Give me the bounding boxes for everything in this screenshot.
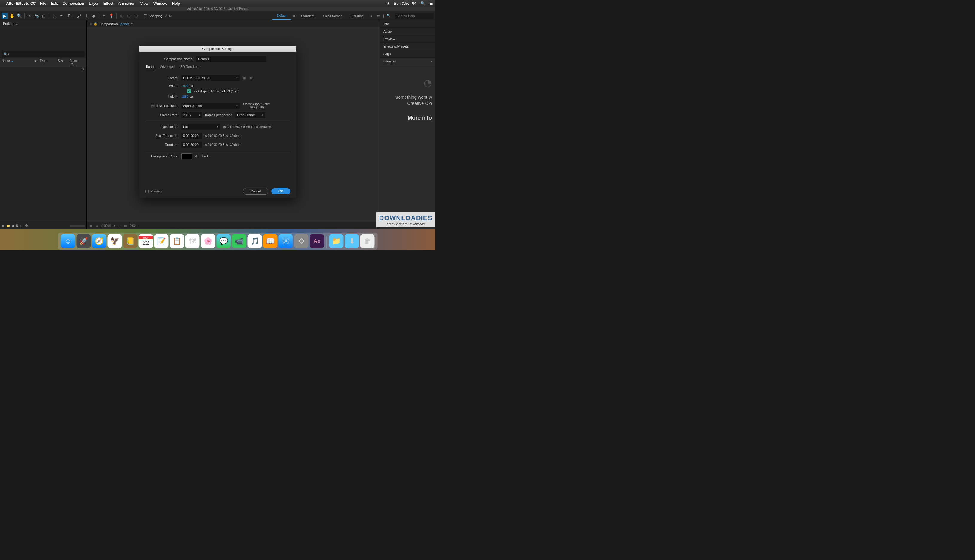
app-name[interactable]: After Effects CC [6, 1, 36, 6]
hand-tool-icon[interactable]: ✋ [9, 13, 15, 19]
panel-info[interactable]: Info [380, 20, 435, 28]
finder-icon[interactable]: ☺ [61, 234, 75, 248]
trash-icon[interactable]: 🗑 [360, 234, 375, 248]
col-frame-rate[interactable]: Frame Ra... [70, 59, 85, 66]
pan-behind-tool-icon[interactable]: ⊞ [41, 13, 47, 19]
viewer-grid-icon[interactable]: ▦ [90, 224, 92, 227]
viewer-res-icon[interactable]: ▢ [119, 224, 121, 227]
search-help-input[interactable] [395, 13, 434, 19]
start-timecode-input[interactable] [181, 133, 202, 139]
new-comp-icon[interactable]: ▣ [12, 224, 14, 227]
panel-audio[interactable]: Audio [380, 28, 435, 35]
clock[interactable]: Sun 3:56 PM [394, 1, 416, 6]
eraser-tool-icon[interactable]: ◆ [90, 13, 97, 19]
rectangle-tool-icon[interactable]: ▢ [52, 13, 57, 19]
tab-advanced[interactable]: Advanced [160, 65, 175, 70]
par-dropdown[interactable]: Square Pixels▾ [181, 103, 239, 109]
preset-dropdown[interactable]: HDTV 1080 29.97▾ [181, 75, 239, 81]
frame-rate-dropdown[interactable]: 29.97▾ [181, 112, 202, 118]
project-tab[interactable]: Project ≡ [0, 20, 87, 27]
reminders-icon[interactable]: 📋 [170, 234, 184, 248]
maps-icon[interactable]: 🗺 [186, 234, 200, 248]
world-axis-icon[interactable]: ⊞ [126, 13, 132, 19]
menu-help[interactable]: Help [172, 1, 180, 6]
snap-edges-icon[interactable]: ⊡ [169, 14, 172, 18]
bg-color-swatch[interactable] [181, 153, 192, 159]
resolution-dropdown[interactable]: Full▾ [181, 124, 220, 130]
contacts-icon[interactable]: 📒 [123, 234, 137, 248]
delete-icon[interactable]: 🗑 [25, 224, 28, 227]
col-name[interactable]: Name▲ [2, 59, 34, 66]
workspace-default[interactable]: Default [273, 12, 291, 20]
menu-animation[interactable]: Animation [118, 1, 135, 6]
panel-menu-icon[interactable]: ≡ [431, 60, 433, 63]
system-preferences-icon[interactable]: ⚙ [294, 234, 309, 248]
after-effects-icon[interactable]: Ae [310, 234, 324, 248]
messages-icon[interactable]: 💬 [217, 234, 231, 248]
comp-tab-label[interactable]: Composition [99, 22, 117, 26]
launchpad-icon[interactable]: 🚀 [77, 234, 91, 248]
project-column-headers[interactable]: Name▲ ◈ Type Size Frame Ra... [0, 58, 87, 67]
applications-folder-icon[interactable]: 📁 [329, 234, 344, 248]
brush-tool-icon[interactable]: 🖌 [76, 13, 82, 19]
flowchart-icon[interactable]: ⊞ [81, 67, 84, 71]
type-tool-icon[interactable]: T [66, 13, 72, 19]
panel-preview[interactable]: Preview [380, 35, 435, 43]
height-value[interactable]: 1080 [181, 95, 189, 98]
snapping-checkbox[interactable] [144, 14, 147, 17]
spotlight-icon[interactable]: 🔍 [420, 1, 425, 6]
menu-layer[interactable]: Layer [89, 1, 99, 6]
tab-3d-renderer[interactable]: 3D Renderer [181, 65, 199, 70]
calendar-icon[interactable]: OCT22 [139, 234, 153, 248]
eyedropper-icon[interactable]: ✐ [195, 155, 198, 158]
downloads-folder-icon[interactable]: ⬇ [345, 234, 359, 248]
more-info-link[interactable]: More info [384, 115, 432, 121]
col-type[interactable]: Type [40, 59, 58, 66]
workspace-standard[interactable]: Standard [297, 12, 319, 20]
workspace-overflow-icon[interactable]: » [368, 14, 375, 18]
facetime-icon[interactable]: 📹 [232, 234, 246, 248]
viewer-timecode[interactable]: 0:00... [130, 224, 138, 227]
mail-icon[interactable]: 🦅 [108, 234, 122, 248]
zoom-level[interactable]: (100%) [101, 224, 111, 227]
panel-effects-presets[interactable]: Effects & Presets [380, 43, 435, 50]
ok-button[interactable]: OK [271, 188, 290, 194]
project-search[interactable]: 🔍▾ [2, 51, 85, 57]
roto-brush-tool-icon[interactable]: ✦ [101, 13, 107, 19]
workspace-menu-icon[interactable]: ≡ [291, 14, 297, 18]
notes-icon[interactable]: 📝 [154, 234, 169, 248]
clone-tool-icon[interactable]: ⊥ [84, 13, 89, 19]
col-tag-icon[interactable]: ◈ [34, 59, 40, 66]
close-tab-icon[interactable]: × [90, 22, 92, 26]
lock-icon[interactable]: 🔒 [93, 22, 97, 26]
preview-checkbox[interactable] [145, 190, 149, 193]
panel-menu-icon[interactable]: ≡ [15, 22, 17, 25]
new-folder-icon[interactable]: 📁 [6, 224, 10, 227]
menu-edit[interactable]: Edit [51, 1, 58, 6]
comp-name-input[interactable] [196, 56, 266, 62]
viewer-display-icon[interactable]: 🖥 [95, 224, 99, 227]
ibooks-icon[interactable]: 📖 [263, 234, 278, 248]
menu-view[interactable]: View [140, 1, 149, 6]
duration-input[interactable] [181, 142, 202, 148]
notification-icon[interactable]: ◈ [387, 1, 390, 6]
panel-menu-icon[interactable]: ≡ [131, 22, 132, 26]
tab-basic[interactable]: Basic [146, 65, 154, 70]
interpret-footage-icon[interactable]: ▦ [2, 224, 5, 227]
safari-icon[interactable]: 🧭 [92, 234, 107, 248]
panel-libraries[interactable]: Libraries ≡ [380, 58, 435, 65]
camera-tool-icon[interactable]: 📷 [34, 13, 40, 19]
menu-window[interactable]: Window [154, 1, 167, 6]
viewer-channel-icon[interactable]: ▦ [124, 224, 127, 227]
pen-tool-icon[interactable]: ✒ [59, 13, 65, 19]
delete-preset-icon[interactable]: 🗑 [249, 75, 254, 81]
width-value[interactable]: 1920 [181, 84, 189, 88]
menu-effect[interactable]: Effect [104, 1, 113, 6]
itunes-icon[interactable]: 🎵 [248, 234, 262, 248]
col-size[interactable]: Size [58, 59, 70, 66]
puppet-tool-icon[interactable]: 📍 [108, 13, 114, 19]
toolbar-panel-icon[interactable]: ▭ [375, 14, 382, 18]
snap-extend-icon[interactable]: ⤢ [164, 14, 167, 18]
view-axis-icon[interactable]: ⊞ [133, 13, 139, 19]
local-axis-icon[interactable]: ⊞ [119, 13, 125, 19]
